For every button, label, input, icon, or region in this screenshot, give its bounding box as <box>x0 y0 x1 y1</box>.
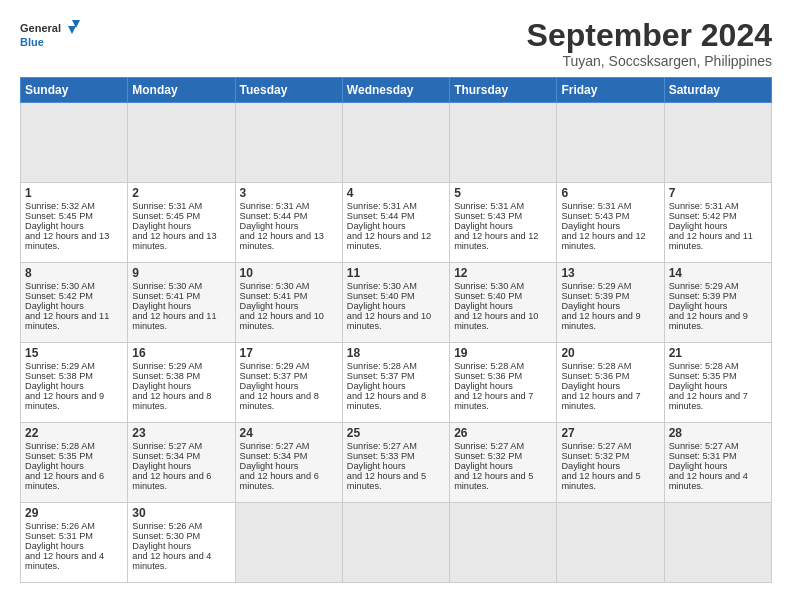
daylight-label: Daylight hours <box>347 461 406 471</box>
col-saturday: Saturday <box>664 78 771 103</box>
sunrise: Sunrise: 5:31 AM <box>454 201 524 211</box>
sunset: Sunset: 5:39 PM <box>561 291 629 301</box>
sunset: Sunset: 5:45 PM <box>132 211 200 221</box>
daylight-value: and 12 hours and 11 minutes. <box>669 231 753 251</box>
day-number: 29 <box>25 506 123 520</box>
day-number: 17 <box>240 346 338 360</box>
calendar-week-row: 1Sunrise: 5:32 AMSunset: 5:45 PMDaylight… <box>21 183 772 263</box>
table-row: 9Sunrise: 5:30 AMSunset: 5:41 PMDaylight… <box>128 263 235 343</box>
sunrise: Sunrise: 5:28 AM <box>561 361 631 371</box>
sunrise: Sunrise: 5:27 AM <box>454 441 524 451</box>
day-number: 9 <box>132 266 230 280</box>
table-row: 18Sunrise: 5:28 AMSunset: 5:37 PMDayligh… <box>342 343 449 423</box>
day-number: 15 <box>25 346 123 360</box>
sunset: Sunset: 5:31 PM <box>25 531 93 541</box>
day-number: 7 <box>669 186 767 200</box>
table-row: 13Sunrise: 5:29 AMSunset: 5:39 PMDayligh… <box>557 263 664 343</box>
day-number: 21 <box>669 346 767 360</box>
table-row: 14Sunrise: 5:29 AMSunset: 5:39 PMDayligh… <box>664 263 771 343</box>
sunset: Sunset: 5:31 PM <box>669 451 737 461</box>
table-row: 5Sunrise: 5:31 AMSunset: 5:43 PMDaylight… <box>450 183 557 263</box>
col-tuesday: Tuesday <box>235 78 342 103</box>
daylight-label: Daylight hours <box>454 461 513 471</box>
daylight-value: and 12 hours and 5 minutes. <box>561 471 640 491</box>
col-wednesday: Wednesday <box>342 78 449 103</box>
daylight-label: Daylight hours <box>132 301 191 311</box>
sunset: Sunset: 5:42 PM <box>25 291 93 301</box>
sunrise: Sunrise: 5:27 AM <box>669 441 739 451</box>
svg-text:Blue: Blue <box>20 36 44 48</box>
daylight-value: and 12 hours and 8 minutes. <box>240 391 319 411</box>
sunset: Sunset: 5:43 PM <box>561 211 629 221</box>
daylight-value: and 12 hours and 4 minutes. <box>25 551 104 571</box>
sunset: Sunset: 5:43 PM <box>454 211 522 221</box>
daylight-label: Daylight hours <box>132 461 191 471</box>
daylight-value: and 12 hours and 4 minutes. <box>669 471 748 491</box>
calendar-week-row <box>21 103 772 183</box>
daylight-value: and 12 hours and 13 minutes. <box>240 231 324 251</box>
daylight-label: Daylight hours <box>454 301 513 311</box>
daylight-value: and 12 hours and 8 minutes. <box>347 391 426 411</box>
table-row: 12Sunrise: 5:30 AMSunset: 5:40 PMDayligh… <box>450 263 557 343</box>
sunrise: Sunrise: 5:27 AM <box>132 441 202 451</box>
sunset: Sunset: 5:33 PM <box>347 451 415 461</box>
daylight-value: and 12 hours and 6 minutes. <box>240 471 319 491</box>
sunset: Sunset: 5:36 PM <box>454 371 522 381</box>
table-row: 27Sunrise: 5:27 AMSunset: 5:32 PMDayligh… <box>557 423 664 503</box>
table-row: 21Sunrise: 5:28 AMSunset: 5:35 PMDayligh… <box>664 343 771 423</box>
sunset: Sunset: 5:41 PM <box>240 291 308 301</box>
table-row <box>235 503 342 583</box>
table-row: 25Sunrise: 5:27 AMSunset: 5:33 PMDayligh… <box>342 423 449 503</box>
sunrise: Sunrise: 5:30 AM <box>347 281 417 291</box>
sunrise: Sunrise: 5:30 AM <box>454 281 524 291</box>
daylight-value: and 12 hours and 8 minutes. <box>132 391 211 411</box>
daylight-value: and 12 hours and 5 minutes. <box>347 471 426 491</box>
daylight-value: and 12 hours and 10 minutes. <box>347 311 431 331</box>
sunrise: Sunrise: 5:31 AM <box>132 201 202 211</box>
table-row: 2Sunrise: 5:31 AMSunset: 5:45 PMDaylight… <box>128 183 235 263</box>
daylight-label: Daylight hours <box>132 221 191 231</box>
daylight-label: Daylight hours <box>561 221 620 231</box>
day-number: 8 <box>25 266 123 280</box>
day-number: 16 <box>132 346 230 360</box>
sunrise: Sunrise: 5:27 AM <box>240 441 310 451</box>
sunrise: Sunrise: 5:31 AM <box>561 201 631 211</box>
day-number: 12 <box>454 266 552 280</box>
sunset: Sunset: 5:38 PM <box>132 371 200 381</box>
sunrise: Sunrise: 5:30 AM <box>132 281 202 291</box>
table-row: 23Sunrise: 5:27 AMSunset: 5:34 PMDayligh… <box>128 423 235 503</box>
table-row: 16Sunrise: 5:29 AMSunset: 5:38 PMDayligh… <box>128 343 235 423</box>
daylight-label: Daylight hours <box>561 301 620 311</box>
table-row: 28Sunrise: 5:27 AMSunset: 5:31 PMDayligh… <box>664 423 771 503</box>
sunrise: Sunrise: 5:31 AM <box>347 201 417 211</box>
day-number: 13 <box>561 266 659 280</box>
calendar-week-row: 22Sunrise: 5:28 AMSunset: 5:35 PMDayligh… <box>21 423 772 503</box>
daylight-label: Daylight hours <box>347 301 406 311</box>
sunrise: Sunrise: 5:31 AM <box>240 201 310 211</box>
calendar-page: General Blue September 2024 Tuyan, Soccs… <box>0 0 792 593</box>
table-row <box>128 103 235 183</box>
table-row: 30Sunrise: 5:26 AMSunset: 5:30 PMDayligh… <box>128 503 235 583</box>
sunrise: Sunrise: 5:29 AM <box>240 361 310 371</box>
sunrise: Sunrise: 5:27 AM <box>561 441 631 451</box>
table-row: 7Sunrise: 5:31 AMSunset: 5:42 PMDaylight… <box>664 183 771 263</box>
table-row: 3Sunrise: 5:31 AMSunset: 5:44 PMDaylight… <box>235 183 342 263</box>
sunrise: Sunrise: 5:29 AM <box>669 281 739 291</box>
col-monday: Monday <box>128 78 235 103</box>
table-row <box>21 103 128 183</box>
daylight-label: Daylight hours <box>25 541 84 551</box>
daylight-value: and 12 hours and 11 minutes. <box>25 311 109 331</box>
day-number: 28 <box>669 426 767 440</box>
sunrise: Sunrise: 5:32 AM <box>25 201 95 211</box>
sunset: Sunset: 5:40 PM <box>454 291 522 301</box>
day-number: 2 <box>132 186 230 200</box>
table-row <box>342 503 449 583</box>
daylight-value: and 12 hours and 10 minutes. <box>454 311 538 331</box>
daylight-label: Daylight hours <box>240 221 299 231</box>
sunset: Sunset: 5:36 PM <box>561 371 629 381</box>
location-subtitle: Tuyan, Soccsksargen, Philippines <box>527 53 772 69</box>
sunrise: Sunrise: 5:26 AM <box>25 521 95 531</box>
daylight-label: Daylight hours <box>561 461 620 471</box>
daylight-label: Daylight hours <box>25 221 84 231</box>
daylight-label: Daylight hours <box>669 221 728 231</box>
